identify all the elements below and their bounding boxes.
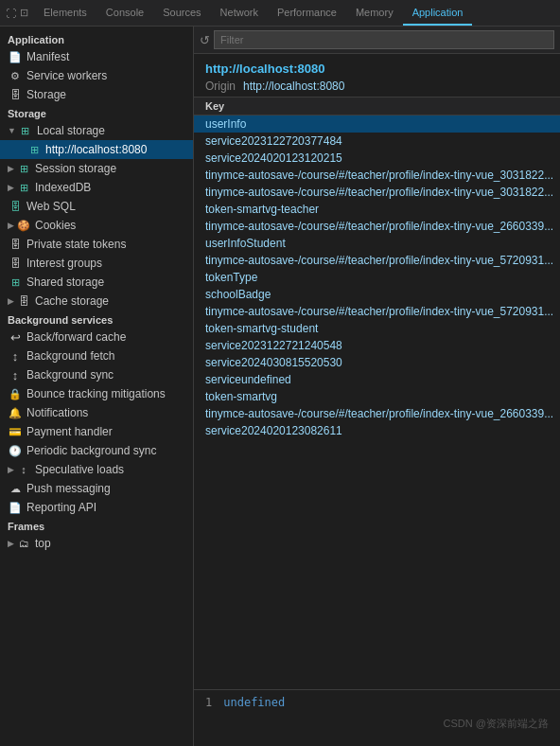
preview-value: undefined [223,696,285,709]
session-storage-icon: ⊞ [16,161,31,176]
sidebar-item-speculative[interactable]: ▶ ↕ Speculative loads [0,460,193,479]
data-table: Key userInfoservice2023122720377484servi… [194,97,560,689]
tab-performance[interactable]: Performance [268,0,346,26]
devtools-icons: ⛶ ⊡ [0,7,34,19]
cookies-icon: 🍪 [16,218,31,233]
tab-sources[interactable]: Sources [153,0,210,26]
sidebar-item-bounce-tracking[interactable]: 🔒 Bounce tracking mitigations [0,384,193,403]
table-row[interactable]: tinymce-autosave-/course/#/teacher/profi… [194,218,560,235]
sidebar-item-local-storage-host[interactable]: ⊞ http://localhost:8080 [0,140,193,159]
tab-console[interactable]: Console [96,0,153,26]
table-row[interactable]: tinymce-autosave-/course/#/teacher/profi… [194,405,560,422]
sidebar-item-shared-storage[interactable]: ⊞ Shared storage [0,273,193,292]
sidebar-label-payment-handler: Payment handler [26,425,113,438]
back-forward-icon: ↩ [8,329,23,345]
manifest-icon: 📄 [8,49,23,64]
sidebar-item-indexeddb[interactable]: ▶ ⊞ IndexedDB [0,178,193,197]
table-row[interactable]: schoolBadge [194,286,560,303]
sidebar-item-bg-sync[interactable]: ↕ Background sync [0,365,193,384]
sidebar-item-top[interactable]: ▶ 🗂 top [0,534,193,553]
sidebar-label-bg-sync: Background sync [26,368,114,382]
sidebar-item-push-messaging[interactable]: ☁ Push messaging [0,479,193,498]
payment-handler-icon: 💳 [8,424,23,439]
table-row[interactable]: tinymce-autosave-/course/#/teacher/profi… [194,184,560,201]
storage-icon: 🗄 [8,87,23,102]
sidebar-label-notifications: Notifications [26,406,88,419]
cursor-icon[interactable]: ⛶ [6,8,16,19]
table-body[interactable]: userInfoservice2023122720377484service20… [194,115,560,689]
table-row[interactable]: tinymce-autosave-/course/#/teacher/profi… [194,303,560,320]
table-row[interactable]: tokenType [194,269,560,286]
sidebar-item-local-storage[interactable]: ▼ ⊞ Local storage [0,121,193,140]
sidebar-label-private-state: Private state tokens [26,238,126,251]
application-section-header: Application [0,30,193,47]
table-row[interactable]: service2023122720377484 [194,133,560,150]
sidebar-label-storage: Storage [26,88,66,101]
bg-fetch-icon: ↕ [8,348,23,364]
tab-elements[interactable]: Elements [34,0,96,26]
table-row[interactable]: tinymce-autosave-/course/#/teacher/profi… [194,252,560,269]
sidebar-label-websql: Web SQL [26,200,76,213]
tab-application[interactable]: Application [403,0,473,26]
sidebar-item-private-state[interactable]: 🗄 Private state tokens [0,235,193,254]
sidebar-label-local-storage: Local storage [37,124,105,137]
cache-chevron: ▶ [8,296,14,306]
sidebar-label-back-forward: Back/forward cache [26,330,126,344]
sidebar-item-cookies[interactable]: ▶ 🍪 Cookies [0,216,193,235]
periodic-bg-icon: 🕐 [8,443,23,458]
sidebar-label-manifest: Manifest [26,50,69,63]
sidebar-item-session-storage[interactable]: ▶ ⊞ Session storage [0,159,193,178]
main-layout: Application 📄 Manifest ⚙ Service workers… [0,27,560,746]
shared-storage-icon: ⊞ [8,275,23,290]
sidebar-item-reporting-api[interactable]: 📄 Reporting API [0,498,193,517]
session-storage-chevron: ▶ [8,164,14,173]
sidebar-item-storage[interactable]: 🗄 Storage [0,85,193,104]
sidebar: Application 📄 Manifest ⚙ Service workers… [0,27,194,746]
sidebar-item-back-forward[interactable]: ↩ Back/forward cache [0,328,193,346]
table-row[interactable]: token-smartvg-student [194,320,560,337]
key-column-header: Key [205,100,224,112]
frames-section-header: Frames [0,517,193,534]
notifications-icon: 🔔 [8,405,23,420]
sidebar-item-periodic-bg[interactable]: 🕐 Periodic background sync [0,441,193,460]
tab-bar: ⛶ ⊡ Elements Console Sources Network Per… [0,0,560,27]
table-row[interactable]: userInfoStudent [194,235,560,252]
sidebar-item-service-workers[interactable]: ⚙ Service workers [0,66,193,85]
table-row[interactable]: service2024020123120215 [194,150,560,167]
sidebar-item-payment-handler[interactable]: 💳 Payment handler [0,422,193,441]
top-chevron: ▶ [8,539,14,548]
table-row[interactable]: service2024030815520530 [194,354,560,371]
sidebar-item-websql[interactable]: 🗄 Web SQL [0,197,193,216]
tab-memory[interactable]: Memory [346,0,403,26]
sidebar-item-bg-fetch[interactable]: ↕ Background fetch [0,346,193,365]
table-row[interactable]: token-smartvg-teacher [194,201,560,218]
right-panel: ↺ http://localhost:8080 Origin http://lo… [194,27,560,746]
reload-icon[interactable]: ↺ [200,33,210,47]
sidebar-item-interest-groups[interactable]: 🗄 Interest groups [0,254,193,273]
sidebar-item-notifications[interactable]: 🔔 Notifications [0,403,193,422]
origin-label: Origin [205,80,236,93]
table-row[interactable]: service2023122721240548 [194,337,560,354]
top-icon: 🗂 [16,536,31,551]
device-icon[interactable]: ⊡ [20,7,28,19]
local-storage-host-icon: ⊞ [26,142,42,157]
indexeddb-chevron: ▶ [8,183,14,192]
sidebar-item-manifest[interactable]: 📄 Manifest [0,47,193,66]
tab-network[interactable]: Network [211,0,268,26]
sidebar-item-cache-storage[interactable]: ▶ 🗄 Cache storage [0,292,193,311]
speculative-icon: ↕ [16,462,31,477]
sidebar-label-cookies: Cookies [35,219,76,232]
local-storage-icon: ⊞ [18,123,33,138]
filter-input[interactable] [214,30,554,49]
private-state-icon: 🗄 [8,237,23,252]
table-header: Key [194,97,560,115]
table-row[interactable]: serviceundefined [194,371,560,388]
sidebar-label-local-storage-host: http://localhost:8080 [45,143,147,156]
table-row[interactable]: userInfo [194,115,560,133]
table-row[interactable]: token-smartvg [194,388,560,405]
bg-sync-icon: ↕ [8,367,23,382]
origin-section: http://localhost:8080 Origin http://loca… [194,54,560,97]
table-row[interactable]: service2024020123082611 [194,422,560,439]
table-row[interactable]: tinymce-autosave-/course/#/teacher/profi… [194,167,560,184]
sidebar-label-push-messaging: Push messaging [26,482,111,495]
